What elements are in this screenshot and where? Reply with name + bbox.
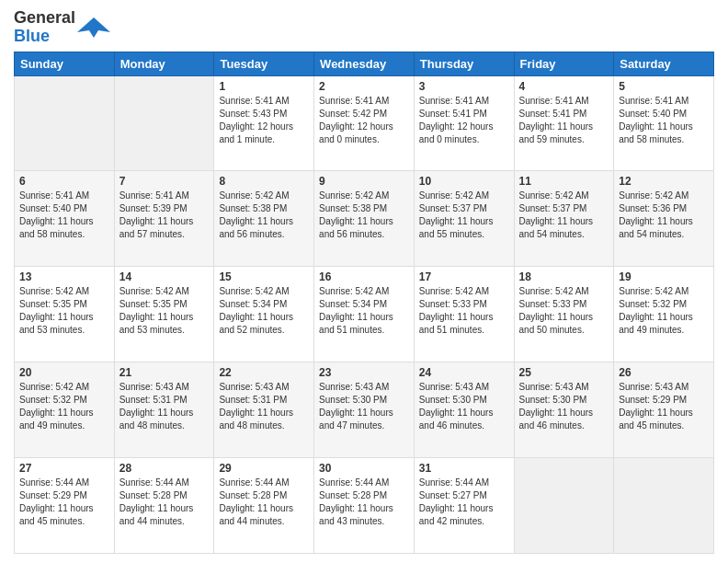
- calendar-cell: 12Sunrise: 5:42 AM Sunset: 5:36 PM Dayli…: [614, 171, 714, 267]
- day-number: 10: [419, 175, 509, 188]
- calendar-cell: 17Sunrise: 5:42 AM Sunset: 5:33 PM Dayli…: [414, 267, 514, 362]
- logo-general-text: General: [14, 9, 75, 28]
- day-info: Sunrise: 5:42 AM Sunset: 5:32 PM Dayligh…: [19, 381, 109, 432]
- day-number: 9: [319, 175, 409, 188]
- calendar-cell: 25Sunrise: 5:43 AM Sunset: 5:30 PM Dayli…: [514, 362, 614, 458]
- calendar-cell: 15Sunrise: 5:42 AM Sunset: 5:34 PM Dayli…: [214, 267, 314, 362]
- day-number: 29: [219, 462, 309, 475]
- calendar-cell: 31Sunrise: 5:44 AM Sunset: 5:27 PM Dayli…: [414, 458, 514, 554]
- day-number: 25: [519, 366, 609, 379]
- calendar-week-4: 20Sunrise: 5:42 AM Sunset: 5:32 PM Dayli…: [15, 362, 714, 458]
- day-info: Sunrise: 5:43 AM Sunset: 5:30 PM Dayligh…: [519, 381, 609, 432]
- calendar-cell: 14Sunrise: 5:42 AM Sunset: 5:35 PM Dayli…: [114, 267, 214, 362]
- calendar-cell: 9Sunrise: 5:42 AM Sunset: 5:38 PM Daylig…: [314, 171, 415, 267]
- day-info: Sunrise: 5:44 AM Sunset: 5:28 PM Dayligh…: [319, 477, 409, 528]
- calendar-cell: [514, 458, 614, 554]
- calendar-cell: 2Sunrise: 5:41 AM Sunset: 5:42 PM Daylig…: [314, 75, 415, 171]
- calendar-cell: [614, 458, 714, 554]
- day-number: 24: [419, 366, 509, 379]
- day-info: Sunrise: 5:43 AM Sunset: 5:29 PM Dayligh…: [619, 381, 709, 432]
- calendar-cell: [15, 75, 115, 171]
- logo: GeneralBlue: [14, 9, 112, 46]
- svg-marker-0: [77, 17, 110, 38]
- day-info: Sunrise: 5:43 AM Sunset: 5:31 PM Dayligh…: [219, 381, 309, 432]
- day-number: 5: [619, 80, 709, 93]
- day-info: Sunrise: 5:41 AM Sunset: 5:41 PM Dayligh…: [419, 95, 509, 146]
- calendar-header-wednesday: Wednesday: [314, 52, 415, 75]
- calendar-week-5: 27Sunrise: 5:44 AM Sunset: 5:29 PM Dayli…: [15, 458, 714, 554]
- day-number: 26: [619, 366, 709, 379]
- calendar-cell: 24Sunrise: 5:43 AM Sunset: 5:30 PM Dayli…: [414, 362, 514, 458]
- day-info: Sunrise: 5:42 AM Sunset: 5:37 PM Dayligh…: [419, 190, 509, 241]
- day-info: Sunrise: 5:42 AM Sunset: 5:33 PM Dayligh…: [419, 285, 509, 337]
- calendar-cell: 19Sunrise: 5:42 AM Sunset: 5:32 PM Dayli…: [614, 267, 714, 362]
- day-info: Sunrise: 5:42 AM Sunset: 5:34 PM Dayligh…: [319, 285, 409, 337]
- logo-icon: [75, 14, 112, 41]
- day-number: 14: [119, 270, 210, 283]
- calendar-week-3: 13Sunrise: 5:42 AM Sunset: 5:35 PM Dayli…: [15, 267, 714, 362]
- day-number: 11: [519, 175, 609, 188]
- day-number: 27: [19, 462, 109, 475]
- day-info: Sunrise: 5:42 AM Sunset: 5:34 PM Dayligh…: [219, 285, 309, 337]
- day-number: 6: [19, 175, 109, 188]
- day-info: Sunrise: 5:43 AM Sunset: 5:31 PM Dayligh…: [119, 381, 210, 432]
- day-info: Sunrise: 5:44 AM Sunset: 5:28 PM Dayligh…: [119, 477, 210, 528]
- calendar-cell: 26Sunrise: 5:43 AM Sunset: 5:29 PM Dayli…: [614, 362, 714, 458]
- day-number: 7: [119, 175, 210, 188]
- day-number: 21: [119, 366, 210, 379]
- logo-area: GeneralBlue: [14, 9, 112, 46]
- calendar-cell: 6Sunrise: 5:41 AM Sunset: 5:40 PM Daylig…: [15, 171, 115, 267]
- day-number: 20: [19, 366, 109, 379]
- calendar-week-2: 6Sunrise: 5:41 AM Sunset: 5:40 PM Daylig…: [15, 171, 714, 267]
- day-number: 18: [519, 270, 609, 283]
- header: GeneralBlue: [14, 9, 714, 46]
- day-info: Sunrise: 5:43 AM Sunset: 5:30 PM Dayligh…: [319, 381, 409, 432]
- day-info: Sunrise: 5:42 AM Sunset: 5:38 PM Dayligh…: [319, 190, 409, 241]
- calendar-cell: 4Sunrise: 5:41 AM Sunset: 5:41 PM Daylig…: [514, 75, 614, 171]
- calendar-table: SundayMondayTuesdayWednesdayThursdayFrid…: [14, 52, 714, 554]
- calendar-cell: 23Sunrise: 5:43 AM Sunset: 5:30 PM Dayli…: [314, 362, 415, 458]
- calendar-cell: 11Sunrise: 5:42 AM Sunset: 5:37 PM Dayli…: [514, 171, 614, 267]
- day-number: 2: [319, 80, 409, 93]
- day-number: 28: [119, 462, 210, 475]
- day-number: 17: [419, 270, 509, 283]
- calendar-cell: 8Sunrise: 5:42 AM Sunset: 5:38 PM Daylig…: [214, 171, 314, 267]
- day-info: Sunrise: 5:43 AM Sunset: 5:30 PM Dayligh…: [419, 381, 509, 432]
- day-info: Sunrise: 5:41 AM Sunset: 5:40 PM Dayligh…: [19, 190, 109, 241]
- day-number: 4: [519, 80, 609, 93]
- day-number: 22: [219, 366, 309, 379]
- calendar-cell: 18Sunrise: 5:42 AM Sunset: 5:33 PM Dayli…: [514, 267, 614, 362]
- day-number: 23: [319, 366, 409, 379]
- day-number: 1: [219, 80, 309, 93]
- day-info: Sunrise: 5:41 AM Sunset: 5:43 PM Dayligh…: [219, 95, 309, 146]
- day-number: 13: [19, 270, 109, 283]
- day-info: Sunrise: 5:42 AM Sunset: 5:38 PM Dayligh…: [219, 190, 309, 241]
- day-number: 15: [219, 270, 309, 283]
- day-info: Sunrise: 5:42 AM Sunset: 5:32 PM Dayligh…: [619, 285, 709, 337]
- day-info: Sunrise: 5:44 AM Sunset: 5:27 PM Dayligh…: [419, 477, 509, 528]
- calendar-header-monday: Monday: [114, 52, 214, 75]
- calendar-cell: 1Sunrise: 5:41 AM Sunset: 5:43 PM Daylig…: [214, 75, 314, 171]
- calendar-cell: 27Sunrise: 5:44 AM Sunset: 5:29 PM Dayli…: [15, 458, 115, 554]
- day-number: 16: [319, 270, 409, 283]
- calendar-cell: 30Sunrise: 5:44 AM Sunset: 5:28 PM Dayli…: [314, 458, 415, 554]
- calendar-cell: 13Sunrise: 5:42 AM Sunset: 5:35 PM Dayli…: [15, 267, 115, 362]
- day-info: Sunrise: 5:44 AM Sunset: 5:28 PM Dayligh…: [219, 477, 309, 528]
- calendar-cell: 3Sunrise: 5:41 AM Sunset: 5:41 PM Daylig…: [414, 75, 514, 171]
- calendar-cell: 21Sunrise: 5:43 AM Sunset: 5:31 PM Dayli…: [114, 362, 214, 458]
- day-info: Sunrise: 5:44 AM Sunset: 5:29 PM Dayligh…: [19, 477, 109, 528]
- day-info: Sunrise: 5:41 AM Sunset: 5:42 PM Dayligh…: [319, 95, 409, 146]
- calendar-cell: 29Sunrise: 5:44 AM Sunset: 5:28 PM Dayli…: [214, 458, 314, 554]
- calendar-cell: 10Sunrise: 5:42 AM Sunset: 5:37 PM Dayli…: [414, 171, 514, 267]
- calendar-header-sunday: Sunday: [15, 52, 115, 75]
- day-number: 19: [619, 270, 709, 283]
- calendar-header-friday: Friday: [514, 52, 614, 75]
- calendar-cell: 28Sunrise: 5:44 AM Sunset: 5:28 PM Dayli…: [114, 458, 214, 554]
- day-info: Sunrise: 5:42 AM Sunset: 5:37 PM Dayligh…: [519, 190, 609, 241]
- calendar-week-1: 1Sunrise: 5:41 AM Sunset: 5:43 PM Daylig…: [15, 75, 714, 171]
- day-info: Sunrise: 5:41 AM Sunset: 5:40 PM Dayligh…: [619, 95, 709, 146]
- day-info: Sunrise: 5:42 AM Sunset: 5:35 PM Dayligh…: [19, 285, 109, 337]
- calendar-cell: 7Sunrise: 5:41 AM Sunset: 5:39 PM Daylig…: [114, 171, 214, 267]
- day-number: 3: [419, 80, 509, 93]
- day-info: Sunrise: 5:42 AM Sunset: 5:36 PM Dayligh…: [619, 190, 709, 241]
